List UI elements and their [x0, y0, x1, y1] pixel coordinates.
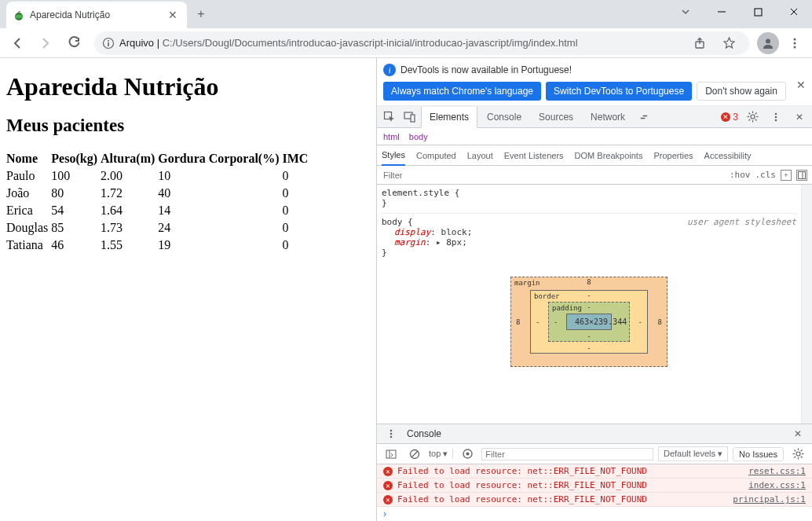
svg-rect-3: [755, 9, 762, 16]
elements-breadcrumbs: html body: [377, 128, 812, 145]
window-close-button[interactable]: [776, 0, 812, 24]
error-source-link[interactable]: principal.js:1: [733, 494, 806, 504]
crumb-html[interactable]: html: [383, 132, 400, 141]
browser-toolbar: Arquivo | C:/Users/Dougl/Documents/intro…: [0, 28, 812, 58]
share-icon[interactable]: [688, 31, 713, 56]
svg-line-23: [748, 119, 750, 121]
console-prompt[interactable]: ›: [377, 507, 812, 521]
console-filter-input[interactable]: [481, 448, 653, 460]
devtools-settings-icon[interactable]: [743, 108, 762, 127]
styles-filter-input[interactable]: [382, 170, 725, 181]
cls-toggle[interactable]: .cls: [755, 170, 777, 180]
cell-nome: Erica: [6, 202, 51, 219]
banner-dont-show-button[interactable]: Don't show again: [697, 82, 786, 101]
console-error-row[interactable]: ✕Failed to load resource: net::ERR_FILE_…: [377, 493, 812, 507]
bookmark-icon[interactable]: [716, 31, 741, 56]
live-expression-icon[interactable]: [458, 445, 477, 464]
cell-peso: 46: [51, 237, 101, 254]
console-sidebar-icon[interactable]: [382, 445, 401, 464]
console-drawer-title[interactable]: Console: [407, 428, 441, 439]
new-style-rule-icon[interactable]: +: [781, 170, 792, 181]
console-drawer-close-icon[interactable]: ✕: [788, 424, 807, 443]
svg-point-38: [796, 452, 800, 456]
error-source-link[interactable]: index.css:1: [748, 480, 806, 490]
site-info-icon[interactable]: [102, 37, 115, 50]
error-source-link[interactable]: reset.css:1: [748, 466, 806, 476]
col-imc: IMC: [283, 150, 312, 167]
svg-point-37: [466, 453, 469, 456]
banner-always-match-button[interactable]: Always match Chrome's language: [383, 82, 541, 101]
window-maximize-button[interactable]: [740, 0, 776, 24]
chevron-down-icon[interactable]: [668, 0, 704, 24]
nav-reload-button[interactable]: [61, 31, 86, 56]
console-error-row[interactable]: ✕Failed to load resource: net::ERR_FILE_…: [377, 479, 812, 493]
table-row: Douglas851.73240: [6, 219, 311, 237]
cell-imc: 0: [283, 167, 312, 185]
cell-gordura: 24: [158, 219, 282, 237]
console-settings-icon[interactable]: [788, 445, 807, 464]
tab-network[interactable]: Network: [583, 106, 633, 127]
profile-avatar[interactable]: [757, 32, 779, 54]
cell-gordura: 40: [158, 185, 282, 202]
subtab-props[interactable]: Properties: [653, 151, 693, 160]
subtab-listeners[interactable]: Event Listeners: [504, 151, 564, 160]
banner-switch-button[interactable]: Switch DevTools to Portuguese: [546, 82, 692, 101]
subtab-layout[interactable]: Layout: [467, 151, 493, 160]
devtools-menu-icon[interactable]: [766, 108, 785, 127]
svg-point-8: [766, 39, 770, 43]
subtab-dom[interactable]: DOM Breakpoints: [575, 151, 643, 160]
box-model-diagram[interactable]: margin 8 8 8 border - - - - padding: [510, 277, 668, 367]
subtab-computed[interactable]: Computed: [416, 151, 456, 160]
no-issues-button[interactable]: No Issues: [733, 447, 784, 461]
console-levels-select[interactable]: Default levels ▾: [658, 446, 728, 461]
table-row: Paulo1002.00100: [6, 167, 311, 185]
cell-gordura: 19: [158, 237, 282, 254]
cell-altura: 1.73: [101, 219, 158, 237]
subtab-a11y[interactable]: Accessibility: [704, 151, 752, 160]
cell-imc: 0: [283, 185, 312, 202]
address-bar[interactable]: Arquivo | C:/Users/Dougl/Documents/intro…: [94, 31, 749, 55]
console-menu-icon[interactable]: [382, 424, 401, 443]
tab-sources[interactable]: Sources: [531, 106, 581, 127]
svg-line-43: [794, 450, 796, 452]
device-toolbar-icon[interactable]: [401, 108, 419, 127]
browser-tab[interactable]: Aparecida Nutrição ✕: [6, 2, 187, 28]
svg-line-46: [794, 457, 796, 458]
new-tab-button[interactable]: +: [190, 3, 212, 25]
tab-favicon: [13, 9, 25, 21]
hov-toggle[interactable]: :hov: [730, 170, 751, 180]
table-row: Erica541.64140: [6, 202, 311, 219]
nav-forward-button[interactable]: [33, 31, 58, 56]
svg-point-5: [108, 40, 109, 42]
console-error-row[interactable]: ✕Failed to load resource: net::ERR_FILE_…: [377, 464, 812, 479]
svg-point-30: [390, 433, 393, 435]
window-minimize-button[interactable]: [704, 0, 740, 24]
error-count-badge[interactable]: ✕ 3: [721, 112, 738, 123]
cell-altura: 1.64: [101, 202, 158, 219]
tab-title: Aparecida Nutrição: [30, 9, 162, 20]
panel-toggle-icon[interactable]: [796, 170, 807, 181]
inspect-element-icon[interactable]: [380, 108, 399, 127]
svg-point-26: [775, 119, 777, 121]
tab-elements[interactable]: Elements: [421, 107, 477, 128]
subtab-styles[interactable]: Styles: [382, 145, 405, 166]
tab-close-icon[interactable]: ✕: [166, 9, 179, 21]
nav-back-button[interactable]: [5, 31, 30, 56]
banner-close-icon[interactable]: ✕: [796, 79, 806, 91]
cell-altura: 1.72: [101, 185, 158, 202]
col-nome: Nome: [6, 150, 51, 167]
devtools-close-icon[interactable]: ✕: [790, 108, 809, 127]
svg-point-1: [15, 15, 23, 19]
styles-scrollbar[interactable]: [801, 185, 812, 424]
cell-imc: 0: [283, 202, 312, 219]
console-context-select[interactable]: top ▾: [429, 449, 453, 459]
more-tabs-icon[interactable]: [635, 108, 653, 127]
col-peso: Peso(kg): [51, 150, 101, 167]
tab-console[interactable]: Console: [479, 106, 529, 127]
cell-peso: 54: [51, 202, 101, 219]
styles-subtabs: Styles Computed Layout Event Listeners D…: [377, 145, 812, 166]
browser-menu-button[interactable]: [782, 31, 807, 56]
clear-console-icon[interactable]: [405, 445, 424, 464]
crumb-body[interactable]: body: [409, 132, 428, 141]
svg-rect-6: [108, 42, 109, 46]
